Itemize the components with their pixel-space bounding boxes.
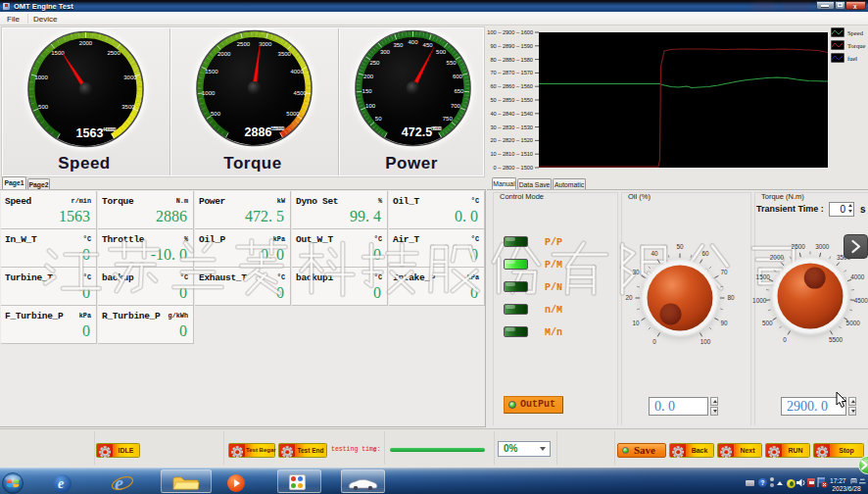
svg-text:2500: 2500 <box>792 243 806 250</box>
svg-text:5000: 5000 <box>846 320 861 326</box>
svg-text:40: 40 <box>651 250 658 257</box>
svg-text:20: 20 <box>625 294 633 301</box>
svg-text:4500: 4500 <box>854 297 868 304</box>
svg-text:0: 0 <box>783 336 787 343</box>
svg-text:1000: 1000 <box>752 297 767 304</box>
svg-text:50: 50 <box>676 243 684 250</box>
svg-text:4000: 4000 <box>850 273 865 280</box>
svg-text:10: 10 <box>632 320 640 326</box>
svg-text:2000: 2000 <box>770 254 785 261</box>
svg-text:60: 60 <box>701 250 709 257</box>
svg-text:1500: 1500 <box>756 273 771 280</box>
svg-text:30: 30 <box>632 269 640 275</box>
svg-text:500: 500 <box>762 320 773 326</box>
svg-text:e: e <box>115 472 123 494</box>
svg-text:90: 90 <box>720 320 728 326</box>
svg-text:0: 0 <box>652 338 656 345</box>
svg-text:70: 70 <box>720 269 728 275</box>
svg-text:80: 80 <box>727 294 735 301</box>
svg-text:100: 100 <box>700 338 711 345</box>
svg-text:5500: 5500 <box>829 336 844 343</box>
svg-text:3000: 3000 <box>815 243 830 250</box>
